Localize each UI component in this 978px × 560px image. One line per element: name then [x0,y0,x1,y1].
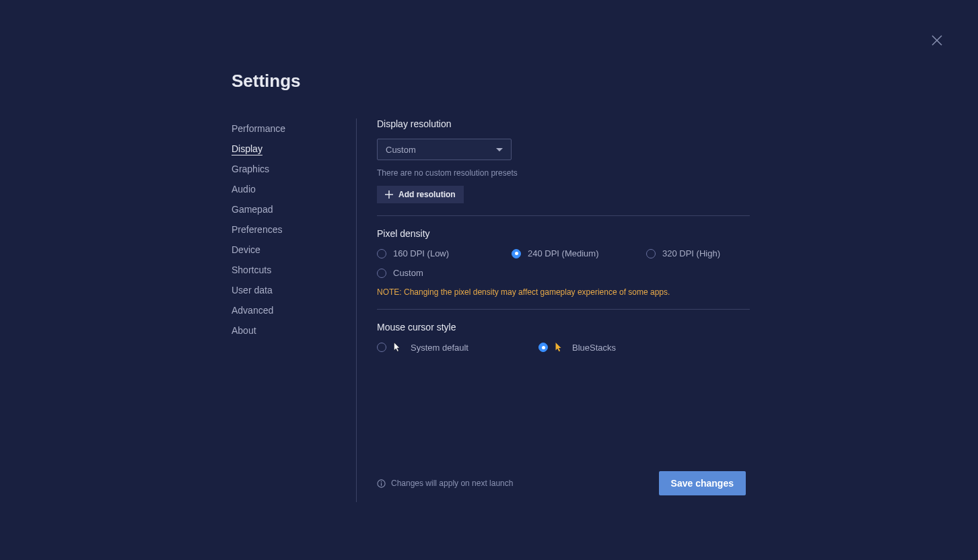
svg-point-5 [381,481,382,482]
radio-label: 320 DPI (High) [662,248,720,258]
radio-cursor-system-default[interactable]: System default [377,342,471,353]
footer-info-text: Changes will apply on next launch [391,479,513,488]
resolution-dropdown-value: Custom [386,145,416,155]
radio-320-dpi[interactable]: 320 DPI (High) [646,248,740,258]
footer-bar: Changes will apply on next launch Save c… [377,471,746,495]
radio-custom-dpi[interactable]: Custom [377,268,471,278]
radio-cursor-bluestacks[interactable]: BlueStacks [538,342,633,353]
pixel-density-note: NOTE: Changing the pixel density may aff… [377,287,750,297]
display-resolution-title: Display resolution [377,118,750,129]
sidebar-item-device[interactable]: Device [232,240,343,260]
radio-circle-icon [538,343,548,352]
sidebar-item-performance[interactable]: Performance [232,118,343,139]
close-icon [932,35,942,46]
radio-circle-icon [512,249,521,258]
mouse-cursor-title: Mouse cursor style [377,322,750,332]
pixel-density-section: Pixel density 160 DPI (Low) 240 DPI (Med… [377,228,750,310]
radio-label: System default [411,343,468,353]
resolution-dropdown[interactable]: Custom [377,139,512,160]
save-changes-button[interactable]: Save changes [659,471,746,495]
radio-circle-icon [646,249,656,258]
cursor-default-icon [393,342,401,353]
settings-sidebar: Performance Display Graphics Audio Gamep… [232,118,357,502]
radio-label: Custom [393,268,423,278]
info-icon [377,479,386,488]
chevron-down-icon [496,148,503,151]
radio-label: 240 DPI (Medium) [528,248,598,258]
sidebar-item-audio[interactable]: Audio [232,179,343,199]
add-resolution-button[interactable]: Add resolution [377,186,464,203]
radio-label: BlueStacks [572,343,616,353]
radio-circle-icon [377,249,386,258]
sidebar-item-advanced[interactable]: Advanced [232,300,343,320]
radio-240-dpi[interactable]: 240 DPI (Medium) [512,248,606,258]
sidebar-item-gamepad[interactable]: Gamepad [232,199,343,219]
radio-label: 160 DPI (Low) [393,248,449,258]
settings-main-panel: Display resolution Custom There are no c… [357,118,750,502]
radio-circle-icon [377,343,386,352]
display-resolution-section: Display resolution Custom There are no c… [377,118,750,216]
cursor-bluestacks-icon [555,342,563,353]
sidebar-item-user-data[interactable]: User data [232,280,343,300]
sidebar-item-display[interactable]: Display [232,139,343,159]
page-title: Settings [232,71,750,92]
sidebar-item-preferences[interactable]: Preferences [232,219,343,240]
radio-circle-icon [377,269,386,278]
pixel-density-title: Pixel density [377,228,750,239]
mouse-cursor-section: Mouse cursor style System default [377,322,750,374]
sidebar-item-about[interactable]: About [232,320,343,341]
plus-icon [385,190,393,199]
add-resolution-label: Add resolution [398,190,456,199]
radio-160-dpi[interactable]: 160 DPI (Low) [377,248,471,258]
sidebar-item-graphics[interactable]: Graphics [232,159,343,179]
resolution-helper-text: There are no custom resolution presets [377,168,750,178]
sidebar-item-shortcuts[interactable]: Shortcuts [232,260,343,280]
close-button[interactable] [932,35,942,46]
